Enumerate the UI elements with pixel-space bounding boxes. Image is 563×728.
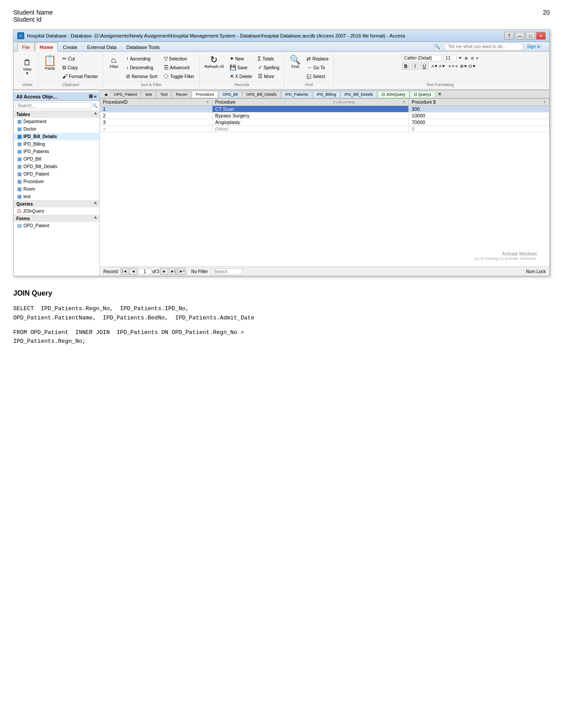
no-filter-badge: No Filter xyxy=(191,269,208,274)
help-button[interactable]: ? xyxy=(504,32,514,40)
data-tab-query1[interactable]: ⊡ Query1 xyxy=(410,91,435,98)
table-row[interactable]: 3 Angioplasty 70000 xyxy=(100,119,549,126)
col-header-cost[interactable]: Procedure $ ▼ xyxy=(409,99,549,106)
data-tab-opd-bill-details[interactable]: OPD_Bill_Details xyxy=(242,91,281,98)
sign-in-link[interactable]: Sign in xyxy=(527,44,544,49)
data-tab-opd-bil[interactable]: OPD_Bil xyxy=(219,91,242,98)
find-button[interactable]: 🔍 Find xyxy=(287,54,303,71)
font-size-input[interactable] xyxy=(443,55,457,61)
tab-database-tools[interactable]: Database Tools xyxy=(121,42,165,52)
nav-options-icon[interactable]: ⊞ « xyxy=(89,94,97,99)
tab-file[interactable]: File xyxy=(17,42,35,52)
paste-button[interactable]: 📋 Paste xyxy=(41,54,59,72)
select-button[interactable]: ◱ Select xyxy=(304,72,331,80)
nav-item-ipd-billing[interactable]: ▦ IPD_Billing xyxy=(14,140,99,148)
goto-button[interactable]: → Go To xyxy=(304,64,331,71)
ascending-button[interactable]: ↑ Ascending xyxy=(124,55,159,63)
nav-search-input[interactable] xyxy=(15,102,91,109)
maximize-button[interactable]: □ xyxy=(525,32,535,40)
cut-button[interactable]: ✂ Cut xyxy=(60,55,100,63)
copy-button[interactable]: ⧉ Copy xyxy=(60,64,100,71)
remove-sort-button[interactable]: ⊘ Remove Sort xyxy=(124,72,159,80)
sort-indicator: ↑ xyxy=(283,100,286,105)
data-tab-ipd-bill-details[interactable]: IPD_Bill_Details xyxy=(340,91,377,98)
tab-home[interactable]: Home xyxy=(35,42,58,52)
replace-button[interactable]: ⇄ Replace xyxy=(304,55,331,63)
nav-section-tables[interactable]: Tables ^ xyxy=(14,111,99,118)
col-header-id[interactable]: ProcedureID ▼ xyxy=(100,99,212,106)
first-record-btn[interactable]: |◄ xyxy=(121,268,128,275)
totals-button[interactable]: Σ Totals xyxy=(256,55,282,63)
data-tab-ipd-billing[interactable]: IPD_Billing xyxy=(313,91,340,98)
minimize-button[interactable]: — xyxy=(515,32,525,40)
descending-button[interactable]: ↓ Descending xyxy=(124,64,159,71)
record-number-input[interactable] xyxy=(138,269,151,274)
grid-search-input[interactable] xyxy=(212,268,242,275)
table-row-new[interactable]: + (New) 0 xyxy=(100,126,549,132)
table-row[interactable]: 2 Bypass Surgery 10000 xyxy=(100,113,549,119)
filter-button[interactable]: ⏢ Filter xyxy=(106,54,122,71)
format-painter-button[interactable]: 🖌 Format Painter xyxy=(60,72,100,80)
tab-close-icon[interactable]: ✕ xyxy=(436,90,443,98)
more-button[interactable]: ☰ More xyxy=(256,72,282,80)
view-button[interactable]: 🗒 View ▼ xyxy=(19,57,35,77)
new-record-nav-btn[interactable]: ►* xyxy=(178,268,186,275)
col-header-procedure[interactable]: Procedure ↑ 2 | Ascending ▼ xyxy=(212,99,409,106)
tab-external-data[interactable]: External Data xyxy=(82,42,121,52)
font-selector[interactable] xyxy=(402,55,442,61)
nav-section-forms[interactable]: Forms ^ xyxy=(14,215,99,222)
more-icon: ☰ xyxy=(258,73,263,79)
copy-icon: ⧉ xyxy=(62,64,66,71)
ribbon-group-records: ↻ Refresh All ✦ New 💾 Save xyxy=(200,53,284,88)
prev-record-btn[interactable]: ◄ xyxy=(129,268,137,275)
selection-icon: ▽ xyxy=(164,56,168,62)
nav-item-opd-bill[interactable]: ▦ OPD_Bill xyxy=(14,155,99,163)
save-button[interactable]: 💾 Save xyxy=(227,64,254,71)
tab-create[interactable]: Create xyxy=(58,42,82,52)
forms-section-label: Forms xyxy=(16,216,30,221)
nav-section-queries[interactable]: Queries ^ xyxy=(14,200,99,207)
nav-item-procedure[interactable]: ▦ Procedure xyxy=(14,178,99,185)
refresh-button[interactable]: ↻ Refresh All xyxy=(202,54,226,71)
data-tab-recen[interactable]: Recen xyxy=(172,91,191,98)
underline-button[interactable]: U xyxy=(420,63,428,70)
advanced-button[interactable]: ☰ Advanced xyxy=(162,64,196,71)
nav-item-ipd-patients[interactable]: ▦ IPD_Patients xyxy=(14,148,99,155)
toggle-filter-button[interactable]: ⧂ Toggle Filter xyxy=(162,72,196,80)
nav-item-opd-bill-details[interactable]: ▦ OPD_Bill_Details xyxy=(14,163,99,170)
nav-item-opd-patient[interactable]: ▦ OPD_Patient xyxy=(14,170,99,178)
last-record-btn[interactable]: ►| xyxy=(169,268,177,275)
nav-item-department[interactable]: ▦ Department xyxy=(14,118,99,125)
refresh-icon: ↻ xyxy=(210,55,218,64)
nav-item-room[interactable]: ▦ Room xyxy=(14,185,99,193)
nav-item-doctor[interactable]: ▦ Doctor xyxy=(14,125,99,133)
ascending-icon: ↑ xyxy=(126,56,128,62)
bold-button[interactable]: B xyxy=(402,63,410,70)
data-tab-test2[interactable]: Test xyxy=(156,91,172,98)
align-btn[interactable]: ≡ xyxy=(476,56,478,60)
bold-btn[interactable]: ⊕ xyxy=(464,55,469,61)
advanced-icon: ☰ xyxy=(164,64,169,71)
data-tab-procedure[interactable]: Procedure xyxy=(192,91,218,98)
data-tab-ipd-patients[interactable]: IPD_Patients xyxy=(281,91,313,98)
italic-button[interactable]: I xyxy=(411,63,419,70)
font-color-btn[interactable]: ⊘ xyxy=(471,56,474,60)
data-tab-joinquery[interactable]: ⊡ JOInQuery xyxy=(378,91,409,98)
delete-button[interactable]: ✕ X Delete xyxy=(227,72,254,80)
table-icon: ▦ xyxy=(17,126,22,132)
selection-button[interactable]: ▽ Selection xyxy=(162,55,196,63)
tab-nav-left[interactable]: ◄ xyxy=(102,91,110,98)
spelling-button[interactable]: ✓ Spelling xyxy=(256,64,282,71)
nav-item-opd-patient-form[interactable]: ▤ OPD_Patient xyxy=(14,222,99,229)
data-tab-opd-patient[interactable]: OPD_Patient xyxy=(110,91,141,98)
table-row[interactable]: 1 CT Scan 300 xyxy=(100,106,549,113)
nav-item-joinquery[interactable]: ⊡ JOInQuery xyxy=(14,207,99,215)
table-icon: ▦ xyxy=(17,194,22,199)
next-record-btn[interactable]: ► xyxy=(160,268,168,275)
nav-item-test[interactable]: ▦ test xyxy=(14,193,99,200)
tell-me-input[interactable] xyxy=(444,43,523,50)
nav-item-ipd-bill-details[interactable]: ▦ IPD_Bill_Details xyxy=(14,133,99,140)
new-record-button[interactable]: ✦ New xyxy=(227,55,254,63)
close-button[interactable]: ✕ xyxy=(536,32,546,40)
data-tab-test[interactable]: test xyxy=(141,91,156,98)
